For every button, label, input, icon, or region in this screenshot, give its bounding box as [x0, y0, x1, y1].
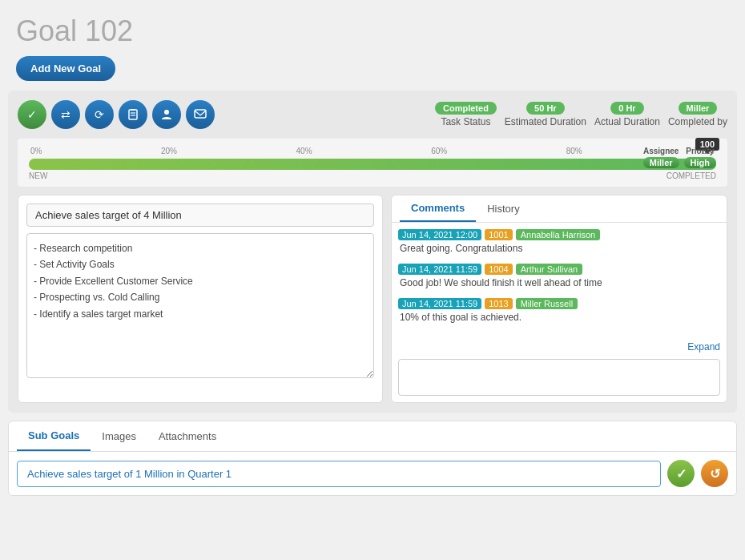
assignee-group: Assignee Miller [643, 147, 679, 168]
add-new-goal-button[interactable]: Add New Goal [16, 56, 115, 81]
svg-rect-0 [129, 110, 137, 119]
person-button[interactable] [152, 100, 181, 129]
progress-labels: NEW COMPLETED [29, 171, 716, 180]
bottom-section: Sub Goals Images Attachments ✓ ↺ [8, 421, 737, 496]
message-button[interactable] [186, 100, 215, 129]
comment-1-author: Annabella Harrison [516, 229, 601, 240]
assignee-priority: Assignee Miller Priority High [643, 147, 716, 168]
history-button[interactable]: ⟳ [85, 100, 114, 129]
comment-1: Jun 14, 2021 12:00 1001 Annabella Harris… [398, 229, 720, 254]
comment-2-author: Arthur Sullivan [516, 264, 583, 275]
comment-3-author: Miller Russell [516, 298, 578, 309]
tab-subgoals[interactable]: Sub Goals [17, 421, 91, 451]
svg-rect-5 [195, 110, 206, 118]
bottom-tabs: Sub Goals Images Attachments [9, 421, 736, 452]
subgoal-input[interactable] [17, 461, 661, 487]
svg-point-4 [164, 110, 169, 115]
comment-1-date: Jun 14, 2021 12:00 [398, 229, 481, 240]
comment-1-text: Great going. Congratulations [398, 243, 720, 254]
comment-1-id: 1001 [485, 229, 512, 240]
subgoal-confirm-button[interactable]: ✓ [667, 460, 695, 487]
status-badges: Completed Task Status 50 Hr Estimated Du… [435, 102, 727, 127]
comment-3-id: 1013 [485, 298, 512, 309]
main-card: ✓ ⇄ ⟳ Completed [8, 91, 737, 413]
goal-title-input[interactable] [26, 203, 374, 227]
check-button[interactable]: ✓ [18, 100, 46, 129]
bottom-content: ✓ ↺ [9, 452, 736, 495]
comment-2-text: Good job! We should finish it well ahead… [398, 277, 720, 288]
tab-attachments[interactable]: Attachments [147, 421, 228, 451]
comment-2: Jun 14, 2021 11:59 1004 Arthur Sullivan … [398, 264, 720, 288]
right-panel: Comments History Jun 14, 2021 12:00 1001… [391, 195, 727, 403]
progress-bar[interactable]: 100 [29, 159, 716, 170]
expand-link[interactable]: Expand [392, 340, 727, 354]
shuffle-button[interactable]: ⇄ [51, 100, 80, 129]
comment-2-id: 1004 [485, 264, 512, 275]
two-col-layout: - Research competition - Set Activity Go… [18, 195, 727, 403]
clipboard-button[interactable] [119, 100, 147, 129]
assignee-value: Miller [643, 157, 679, 168]
comment-1-header: Jun 14, 2021 12:00 1001 Annabella Harris… [398, 229, 720, 240]
comment-3-date: Jun 14, 2021 11:59 [398, 298, 481, 309]
comment-tabs: Comments History [392, 195, 727, 223]
progress-fill [29, 159, 716, 170]
comment-2-header: Jun 14, 2021 11:59 1004 Arthur Sullivan [398, 264, 720, 275]
page-title: Goal 102 [0, 0, 745, 56]
svg-rect-1 [131, 109, 135, 111]
goal-description[interactable]: - Research competition - Set Activity Go… [26, 233, 374, 378]
progress-section: 0% 20% 40% 60% 80% 100 100 NEW COMPLETED… [18, 139, 727, 187]
tab-images[interactable]: Images [91, 421, 147, 451]
task-status-badge: Completed Task Status [435, 102, 497, 127]
comment-2-date: Jun 14, 2021 11:59 [398, 264, 481, 275]
estimated-duration-badge: 50 Hr Estimated Duration [505, 102, 586, 127]
comment-3-text: 10% of this goal is achieved. [398, 312, 720, 323]
tab-history[interactable]: History [476, 195, 530, 222]
actual-duration-badge: 0 Hr Actual Duration [594, 102, 660, 127]
tab-comments[interactable]: Comments [400, 195, 476, 222]
toolbar: ✓ ⇄ ⟳ Completed [18, 100, 727, 129]
priority-group: Priority High [684, 147, 716, 168]
progress-scale: 0% 20% 40% 60% 80% 100 [29, 147, 716, 155]
priority-value: High [684, 157, 716, 168]
comments-list: Jun 14, 2021 12:00 1001 Annabella Harris… [392, 223, 727, 340]
subgoal-cancel-button[interactable]: ↺ [701, 460, 728, 487]
comment-input[interactable] [398, 359, 720, 396]
comment-3: Jun 14, 2021 11:59 1013 Miller Russell 1… [398, 298, 720, 323]
completed-by-badge: Miller Completed by [668, 102, 727, 127]
left-panel: - Research competition - Set Activity Go… [18, 195, 383, 403]
comment-3-header: Jun 14, 2021 11:59 1013 Miller Russell [398, 298, 720, 309]
